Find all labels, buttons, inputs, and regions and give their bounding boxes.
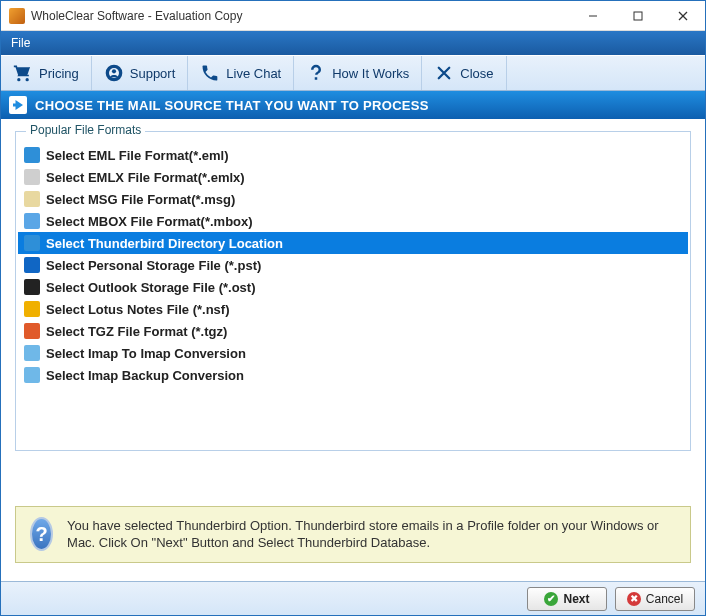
info-text: You have selected Thunderbird Option. Th…	[67, 517, 676, 552]
formats-fieldset: Popular File Formats Select EML File For…	[15, 131, 691, 451]
toolbar-livechat-label: Live Chat	[226, 66, 281, 81]
format-item[interactable]: Select Lotus Notes File (*.nsf)	[18, 298, 688, 320]
content-area: Popular File Formats Select EML File For…	[1, 119, 705, 581]
format-icon	[24, 191, 40, 207]
close-window-button[interactable]	[660, 1, 705, 31]
cancel-button-label: Cancel	[646, 592, 683, 606]
format-label: Select Personal Storage File (*.pst)	[46, 258, 261, 273]
toolbar-support[interactable]: Support	[92, 56, 189, 90]
format-item[interactable]: Select Imap To Imap Conversion	[18, 342, 688, 364]
format-icon	[24, 213, 40, 229]
cancel-button[interactable]: ✖ Cancel	[615, 587, 695, 611]
format-label: Select Outlook Storage File (*.ost)	[46, 280, 255, 295]
format-label: Select Thunderbird Directory Location	[46, 236, 283, 251]
step-banner: CHOOSE THE MAIL SOURCE THAT YOU WANT TO …	[1, 91, 705, 119]
titlebar: WholeClear Software - Evaluation Copy	[1, 1, 705, 31]
format-item[interactable]: Select MBOX File Format(*.mbox)	[18, 210, 688, 232]
toolbar-howitworks[interactable]: How It Works	[294, 56, 422, 90]
format-label: Select MBOX File Format(*.mbox)	[46, 214, 253, 229]
question-icon	[306, 63, 326, 83]
formats-legend: Popular File Formats	[26, 123, 145, 137]
cart-icon	[13, 63, 33, 83]
format-label: Select EMLX File Format(*.emlx)	[46, 170, 245, 185]
info-icon: ?	[30, 517, 53, 551]
format-icon	[24, 257, 40, 273]
toolbar: Pricing Support Live Chat How It Works C…	[1, 55, 705, 91]
toolbar-pricing[interactable]: Pricing	[1, 56, 92, 90]
format-item[interactable]: Select TGZ File Format (*.tgz)	[18, 320, 688, 342]
formats-list: Select EML File Format(*.eml)Select EMLX…	[18, 144, 688, 386]
minimize-button[interactable]	[570, 1, 615, 31]
cancel-icon: ✖	[627, 592, 641, 606]
info-box: ? You have selected Thunderbird Option. …	[15, 506, 691, 563]
format-item[interactable]: Select Imap Backup Conversion	[18, 364, 688, 386]
banner-text: CHOOSE THE MAIL SOURCE THAT YOU WANT TO …	[35, 98, 429, 113]
toolbar-support-label: Support	[130, 66, 176, 81]
menu-file[interactable]: File	[1, 31, 40, 55]
format-icon	[24, 147, 40, 163]
menubar: File	[1, 31, 705, 55]
maximize-button[interactable]	[615, 1, 660, 31]
format-icon	[24, 169, 40, 185]
app-icon	[9, 8, 25, 24]
toolbar-close[interactable]: Close	[422, 56, 506, 90]
next-button-label: Next	[563, 592, 589, 606]
format-item[interactable]: Select MSG File Format(*.msg)	[18, 188, 688, 210]
close-icon	[434, 63, 454, 83]
format-item[interactable]: Select Thunderbird Directory Location	[18, 232, 688, 254]
format-label: Select Lotus Notes File (*.nsf)	[46, 302, 229, 317]
format-label: Select TGZ File Format (*.tgz)	[46, 324, 227, 339]
next-button[interactable]: ✔ Next	[527, 587, 607, 611]
format-icon	[24, 367, 40, 383]
toolbar-howitworks-label: How It Works	[332, 66, 409, 81]
svg-point-6	[112, 69, 116, 73]
format-icon	[24, 323, 40, 339]
format-item[interactable]: Select Outlook Storage File (*.ost)	[18, 276, 688, 298]
format-label: Select MSG File Format(*.msg)	[46, 192, 235, 207]
format-item[interactable]: Select Personal Storage File (*.pst)	[18, 254, 688, 276]
format-label: Select EML File Format(*.eml)	[46, 148, 229, 163]
toolbar-pricing-label: Pricing	[39, 66, 79, 81]
toolbar-livechat[interactable]: Live Chat	[188, 56, 294, 90]
format-item[interactable]: Select EML File Format(*.eml)	[18, 144, 688, 166]
phone-icon	[200, 63, 220, 83]
format-icon	[24, 235, 40, 251]
format-item[interactable]: Select EMLX File Format(*.emlx)	[18, 166, 688, 188]
footer-buttons: ✔ Next ✖ Cancel	[1, 581, 705, 615]
check-icon: ✔	[544, 592, 558, 606]
window-title: WholeClear Software - Evaluation Copy	[31, 9, 570, 23]
headset-icon	[104, 63, 124, 83]
arrow-icon	[9, 96, 27, 114]
format-icon	[24, 279, 40, 295]
format-icon	[24, 301, 40, 317]
format-label: Select Imap To Imap Conversion	[46, 346, 246, 361]
svg-rect-1	[634, 12, 642, 20]
toolbar-close-label: Close	[460, 66, 493, 81]
format-icon	[24, 345, 40, 361]
format-label: Select Imap Backup Conversion	[46, 368, 244, 383]
